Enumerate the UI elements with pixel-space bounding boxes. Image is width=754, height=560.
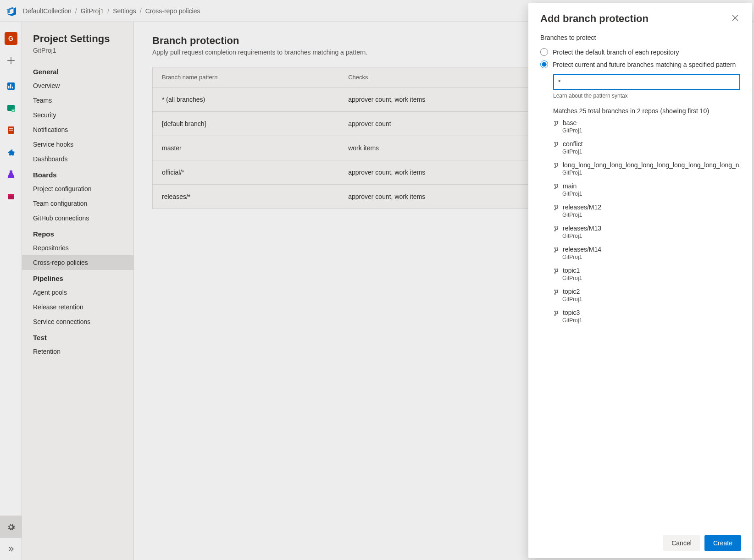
- branch-icon: [553, 289, 559, 295]
- match-item[interactable]: topic1GitProj1: [553, 267, 740, 281]
- match-repo-name: GitProj1: [553, 275, 740, 281]
- branch-icon: [553, 225, 559, 231]
- radio-pattern-label: Protect current and future branches matc…: [553, 61, 736, 68]
- match-branch-name: releases/M14: [553, 246, 740, 253]
- match-repo-name: GitProj1: [553, 212, 740, 218]
- branch-icon: [553, 141, 559, 147]
- match-item[interactable]: long_long_long_long_long_long_long_long_…: [553, 161, 740, 176]
- radio-pattern-input[interactable]: [540, 60, 548, 68]
- match-branch-name: main: [553, 182, 740, 190]
- match-repo-name: GitProj1: [553, 317, 740, 324]
- match-item[interactable]: topic2GitProj1: [553, 288, 740, 302]
- branch-icon: [553, 162, 559, 168]
- branch-icon: [553, 120, 559, 126]
- branch-icon: [553, 247, 559, 253]
- branches-to-protect-label: Branches to protect: [540, 34, 740, 41]
- branch-icon: [553, 204, 559, 210]
- pattern-input[interactable]: [553, 74, 740, 90]
- match-branch-name: long_long_long_long_long_long_long_long_…: [553, 161, 740, 169]
- match-item[interactable]: releases/M12GitProj1: [553, 203, 740, 218]
- match-branch-name: topic1: [553, 267, 740, 274]
- match-repo-name: GitProj1: [553, 170, 740, 176]
- match-branch-name: topic2: [553, 288, 740, 295]
- pattern-syntax-hint[interactable]: Learn about the pattern syntax: [553, 93, 740, 99]
- match-list: baseGitProj1conflictGitProj1long_long_lo…: [540, 119, 740, 324]
- create-button[interactable]: Create: [704, 535, 741, 551]
- radio-default-input[interactable]: [540, 48, 548, 56]
- match-item[interactable]: mainGitProj1: [553, 182, 740, 197]
- radio-default-branch[interactable]: Protect the default branch of each repos…: [540, 46, 740, 58]
- radio-default-label: Protect the default branch of each repos…: [553, 49, 679, 56]
- radio-pattern-branch[interactable]: Protect current and future branches matc…: [540, 58, 740, 71]
- match-branch-name: topic3: [553, 309, 740, 316]
- match-item[interactable]: releases/M13GitProj1: [553, 225, 740, 239]
- match-summary: Matches 25 total branches in 2 repos (sh…: [540, 107, 740, 115]
- cancel-button[interactable]: Cancel: [663, 535, 700, 551]
- match-repo-name: GitProj1: [553, 296, 740, 302]
- match-item[interactable]: conflictGitProj1: [553, 140, 740, 155]
- match-repo-name: GitProj1: [553, 127, 740, 134]
- match-item[interactable]: baseGitProj1: [553, 119, 740, 134]
- add-branch-protection-panel: Add branch protection Branches to protec…: [528, 3, 752, 558]
- match-repo-name: GitProj1: [553, 191, 740, 197]
- match-repo-name: GitProj1: [553, 148, 740, 155]
- match-branch-name: releases/M12: [553, 203, 740, 211]
- panel-title: Add branch protection: [540, 13, 649, 25]
- match-item[interactable]: topic3GitProj1: [553, 309, 740, 324]
- branch-icon: [553, 183, 559, 189]
- match-repo-name: GitProj1: [553, 233, 740, 239]
- close-button[interactable]: [730, 13, 740, 23]
- match-item[interactable]: releases/M14GitProj1: [553, 246, 740, 260]
- branch-icon: [553, 268, 559, 274]
- match-repo-name: GitProj1: [553, 254, 740, 260]
- match-branch-name: releases/M13: [553, 225, 740, 232]
- match-branch-name: conflict: [553, 140, 740, 148]
- close-icon: [732, 15, 738, 21]
- match-branch-name: base: [553, 119, 740, 126]
- branch-icon: [553, 310, 559, 316]
